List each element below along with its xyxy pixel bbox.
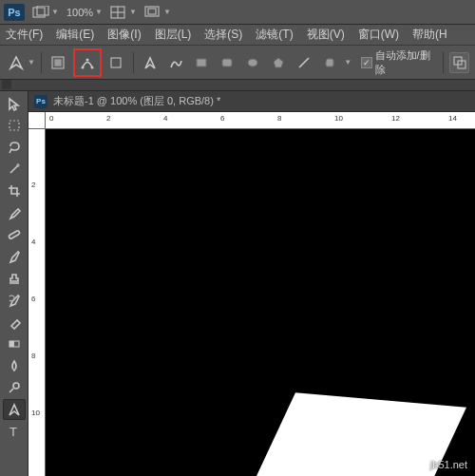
ruler-tick-label: 14 [448,114,457,123]
toolbox: T [0,91,28,476]
tool-type[interactable]: T [3,421,26,442]
tool-wand[interactable] [3,159,26,180]
ruler-tick-label: 4 [31,238,35,246]
ellipse-option[interactable] [241,51,263,74]
screen-mode[interactable]: ▼ [144,6,171,19]
svg-point-25 [13,383,19,389]
grid-icon [110,6,127,19]
tool-stamp[interactable] [3,268,26,289]
type-icon: T [7,424,22,439]
menu-window[interactable]: 窗口(W) [358,27,399,43]
polygon-option[interactable] [267,51,289,74]
menu-image[interactable]: 图像(I) [107,27,141,43]
svg-marker-16 [274,58,283,67]
chevron-down-icon: ▼ [51,8,59,16]
app-bar: Ps ▼ 100% ▼ ▼ ▼ [0,0,475,25]
menu-help[interactable]: 帮助(H [412,27,447,43]
view-extras[interactable]: ▼ [110,6,137,19]
ruler-tick-label: 4 [163,114,167,123]
tool-history-brush[interactable] [3,290,26,311]
mode-paths[interactable] [76,51,99,74]
marquee-icon [7,118,22,133]
pen-icon [7,402,22,417]
chevron-down-icon: ▼ [28,58,35,67]
paths-icon [80,55,95,70]
ruler-origin[interactable] [28,112,46,129]
menu-edit[interactable]: 编辑(E) [56,27,94,43]
wand-icon [7,162,22,177]
rounded-rect-option[interactable] [216,51,238,74]
tool-crop[interactable] [3,181,26,201]
tool-marquee[interactable] [3,115,26,136]
mode-shape-layers[interactable] [48,51,69,74]
line-icon [296,55,312,70]
lasso-icon [7,140,22,155]
auto-add-delete-checkbox[interactable]: ✓ 自动添加/删除 [361,48,437,77]
zoom-level[interactable]: 100% ▼ [66,7,103,18]
custom-shape-option[interactable] [318,51,340,74]
pen-tool-option[interactable] [140,51,162,74]
drop-icon [7,358,22,373]
stamp-icon [7,271,22,286]
menu-layer[interactable]: 图层(L) [155,27,192,43]
tool-lasso[interactable] [3,137,26,158]
panel-collapse-strip[interactable] [0,80,475,91]
freeform-pen-icon [168,55,183,70]
chevron-down-icon: ▼ [344,58,352,67]
path-operations-button[interactable] [449,52,469,73]
line-option[interactable] [293,51,314,74]
chevron-down-icon: ▼ [95,8,103,16]
svg-rect-8 [54,59,62,67]
svg-rect-12 [111,58,121,67]
blob-icon [322,55,337,70]
main-area: T Ps 未标题-1 @ 100% (图层 0, RGB/8) * 0 2 4 … [0,91,475,476]
menu-select[interactable]: 选择(S) [204,27,242,43]
menu-file[interactable]: 文件(F) [6,27,43,43]
freeform-pen-option[interactable] [165,51,187,74]
svg-rect-14 [222,59,232,67]
canvas[interactable] [46,129,475,476]
watermark: jb51.net [430,459,467,470]
ellipse-icon [245,55,260,70]
tool-move[interactable] [3,93,26,114]
svg-rect-22 [8,230,19,238]
tool-blur[interactable] [3,355,26,376]
tool-eyedropper[interactable] [3,202,26,223]
shape-layer-icon [50,55,66,70]
menu-filter[interactable]: 滤镜(T) [256,27,293,43]
ruler-tick-label: 6 [31,295,35,303]
eraser-icon [7,314,22,330]
svg-line-17 [299,58,309,67]
menu-view[interactable]: 视图(V) [307,27,345,43]
ruler-tick-label: 10 [334,114,343,123]
ruler-tick-label: 10 [31,409,40,417]
tool-healing[interactable] [3,224,26,245]
document-title[interactable]: 未标题-1 @ 100% (图层 0, RGB/8) * [53,94,220,108]
tool-eraser[interactable] [3,312,26,333]
tool-pen[interactable] [3,399,26,420]
eyedropper-icon [7,205,22,220]
history-brush-icon [7,293,22,308]
mode-fill-pixels[interactable] [105,51,127,74]
bridge-launcher[interactable]: ▼ [32,6,59,19]
rect-shape-option[interactable] [191,51,213,74]
ruler-horizontal[interactable]: 0 2 4 6 8 10 12 14 [46,112,475,129]
ruler-tick-label: 0 [49,114,53,123]
tool-gradient[interactable] [3,333,26,354]
options-bar: ▼ ▼ ✓ 自动添加/删除 [0,46,475,80]
bandage-icon [7,227,22,242]
tool-preset-picker[interactable] [6,51,28,74]
svg-line-26 [10,389,13,392]
tool-dodge[interactable] [3,377,26,398]
tool-brush[interactable] [3,246,26,267]
rect-icon [194,55,209,70]
ruler-tick-label: 2 [106,114,110,123]
screen-icon [144,6,162,19]
bridge-icon [32,6,49,19]
svg-point-15 [248,59,257,67]
ruler-vertical[interactable]: 2 4 6 8 10 [28,129,46,476]
svg-rect-24 [10,341,14,347]
panel-tab[interactable] [2,80,11,89]
document-tab-bar: Ps 未标题-1 @ 100% (图层 0, RGB/8) * [28,91,475,112]
separator [443,52,444,73]
